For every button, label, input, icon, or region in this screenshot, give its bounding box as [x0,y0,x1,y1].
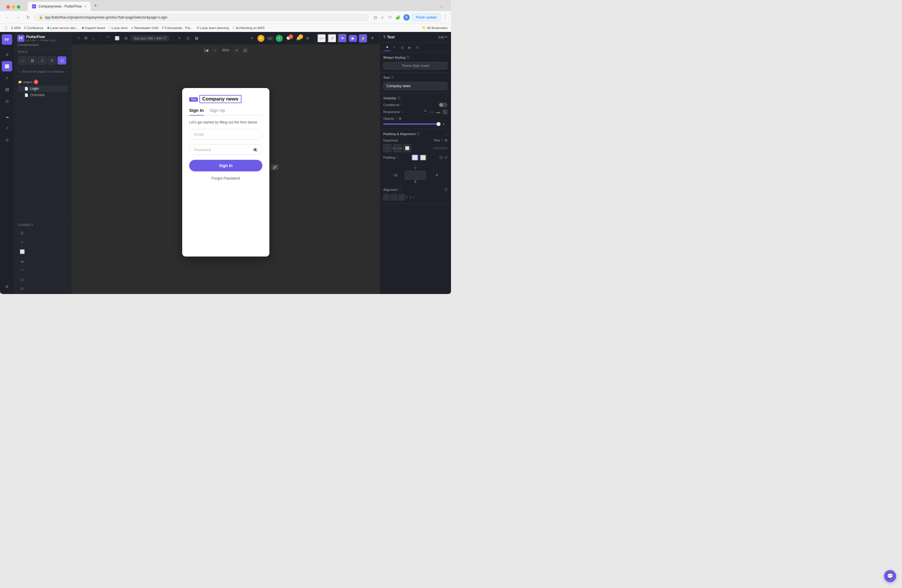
zoom-out-button[interactable]: − [212,47,218,53]
component-tool[interactable]: ◇ [38,56,47,64]
password-input[interactable]: Password 👁‍🗨 [189,144,262,155]
align-top-right[interactable]: ↗ [398,194,405,200]
help-button[interactable]: ? [75,35,81,42]
edit-icon[interactable]: ✏ [445,35,448,39]
tab-list-button[interactable]: ⌄ [438,2,445,10]
expand-horiz-button[interactable]: ↔ [383,144,391,152]
frame-tool[interactable]: ⊡ [185,35,191,42]
marketplace-icon[interactable]: ◎ [18,275,26,283]
x-settings-icon[interactable]: ⚙ [409,196,412,199]
bookmark-futurepedia[interactable]: F Futurepedia - The... [162,26,193,30]
build-tab[interactable]: ⊞ [2,49,12,60]
tab-close-button[interactable]: × [84,4,86,9]
storage-icon[interactable]: ⬜ [18,247,26,256]
bookmark-lunar-planning[interactable]: ⊞ Lunar team planning [196,26,229,30]
bookmark-lunar-service[interactable]: ◆ Lunar service des... [47,26,78,30]
phone-view-button[interactable]: 📱 [104,35,112,42]
bookmark-confluence[interactable]: C Confluence [24,26,44,30]
padding-chevron[interactable]: ⌄ [445,132,448,136]
search-input[interactable] [22,70,64,73]
phone-responsive-icon[interactable]: 📱 [423,109,428,114]
profile-avatar[interactable]: G [403,14,410,20]
company-news-text[interactable]: Company news [199,95,241,103]
analytics-tab[interactable]: ↗ [2,123,12,133]
fixed-horiz-button[interactable]: ⬜ [403,144,411,152]
all-bookmarks[interactable]: 📁 All Bookmarks [422,26,448,30]
minimize-button[interactable] [12,5,15,9]
opacity-thumb[interactable] [437,122,440,126]
cloud-tab[interactable]: ☁ [2,111,12,122]
zoom-in-button[interactable]: + [233,47,240,53]
search-toolbar-button[interactable]: ⌕ [91,35,97,42]
padding-reset-icon[interactable]: ↺ [444,155,448,160]
tab-sign-in[interactable]: Sign In [189,108,204,116]
back-button[interactable]: ← [3,14,12,21]
visibility-chevron[interactable]: ⌄ [445,96,448,100]
shrink-horiz-button[interactable]: ⟵⟶ [393,144,401,152]
forward-button[interactable]: → [14,14,22,21]
zoom-to-fit-button[interactable]: |◀ [203,47,210,53]
layout-tool[interactable]: ⊡ [48,56,56,64]
flutterflow-logo-btn[interactable]: FF [2,34,12,45]
conditional-toggle[interactable] [439,103,448,107]
run-button[interactable]: ▶ [349,35,357,42]
auth-icon[interactable]: ☁ [18,257,26,265]
refresh-button[interactable]: ↻ [24,13,32,21]
panel-tab-copy[interactable]: ⧉ [413,44,421,51]
flex-settings-icon[interactable]: ⚙ [445,139,448,142]
code-view-button[interactable]: </> [317,34,326,43]
padding-individual-icon[interactable]: ⬜ [420,155,427,160]
tablet-view-button[interactable]: ⬜ [113,35,121,42]
maximize-button[interactable] [17,5,20,9]
panel-tab-play[interactable]: ▶ [406,44,413,51]
marquee-tool[interactable]: ⊟ [193,35,200,42]
widget-tool[interactable]: □ [18,56,27,64]
search-submit-icon[interactable]: ⌕ [66,69,68,74]
list-tab[interactable]: ⊟ [2,96,12,106]
panel-tab-styling[interactable]: ✦ [383,44,391,51]
more-options-icon[interactable]: ⋮ [443,14,448,20]
bookmark-aws[interactable]: C Architecting on AWS [232,26,265,30]
link-button[interactable]: 🔗 [271,164,279,170]
extensions-icon[interactable]: 🧩 [395,14,401,20]
page-item-overview[interactable]: 📄 Overview [18,92,68,98]
settings-connect-icon[interactable]: ⚙ [18,285,26,293]
new-tab-button[interactable]: + [92,2,100,10]
panel-tab-cursor[interactable]: ↖ [391,44,398,51]
bookmark-jira[interactable]: J JIRA [11,26,20,30]
theme-toggle[interactable]: ☀ [249,35,256,42]
bookmark-teamleader[interactable]: ● Teamleader Orbit [131,26,158,30]
more-tools-button[interactable]: ⚙ [304,35,311,42]
email-input[interactable]: Email [189,129,262,140]
theme-style-button[interactable]: Theme Style Unset [383,62,448,69]
settings-tab[interactable]: ⚙ [2,281,12,292]
padding-copy-icon[interactable]: ⧉ [439,155,443,160]
desktop-responsive-icon[interactable]: ▬ [436,109,440,114]
page-tool[interactable]: ◫ [58,56,66,64]
forgot-password-link[interactable]: Forgot Password [189,176,262,180]
integrations-icon[interactable]: ↗ [18,266,26,274]
dropdown-button[interactable]: ▼ [369,35,376,42]
shield-icon[interactable]: 🛡 [387,14,393,20]
sign-in-button[interactable]: Sign In [189,160,262,171]
wide-responsive-icon[interactable]: ⬛ [443,109,448,114]
desktop-view-button[interactable]: 🖥 [122,35,130,42]
tablet-responsive-icon[interactable]: ▭ [430,109,434,114]
star-icon[interactable]: ☆ [380,14,385,20]
layers-tab[interactable]: ≡ [2,73,12,83]
frame-select-button[interactable]: ⊡ [242,47,249,53]
text-value-field[interactable]: Company news [383,82,448,90]
panel-tab-grid[interactable]: ⊞ [398,44,406,51]
lightning-button[interactable]: ⚡ [359,34,367,42]
puzzle-tab[interactable]: ◎ [2,134,12,145]
share-button[interactable]: ↗ [328,34,337,43]
api-icon[interactable]: ≡ [18,238,26,246]
finish-update-button[interactable]: Finish update [412,14,440,21]
bookmark-support-board[interactable]: ◆ Support board [81,26,105,30]
command-button[interactable]: ⌘ [82,35,89,42]
pages-tab[interactable]: ⬜ [2,61,12,72]
bookmark-lunar-drive[interactable]: △ Lunar drive [108,26,128,30]
template-tool[interactable]: ▤ [28,56,37,64]
padding-all-icon[interactable]: ⬜ [412,155,418,160]
media-tab[interactable]: 🖼 [2,84,12,95]
